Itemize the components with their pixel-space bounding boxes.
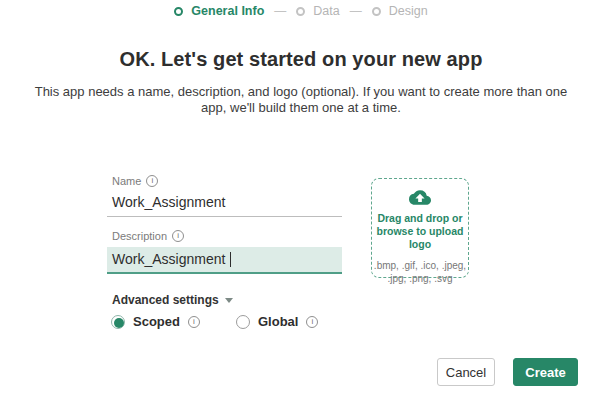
radio-global[interactable]: Global i [236,314,318,329]
dropzone-title: Drag and drop or browse to upload logo [372,212,468,251]
radio-scoped[interactable]: Scoped i [111,314,200,329]
wizard-stepper: General Info — Data — Design [0,4,602,18]
description-field-group: Description i Work_Assignment [107,230,342,274]
new-app-wizard: General Info — Data — Design OK. Let's g… [0,0,602,409]
create-button[interactable]: Create [513,358,578,386]
dropzone-formats-line1: .bmp, .gif, .ico, .jpeg, [372,259,468,272]
chevron-down-icon [225,298,233,303]
dropzone-title-line1: Drag and drop or [372,212,468,225]
cancel-button[interactable]: Cancel [437,358,495,386]
name-field-group: Name i Work_Assignment [107,175,342,217]
step-design[interactable]: Design [372,4,428,18]
logo-upload-dropzone[interactable]: Drag and drop or browse to upload logo .… [371,178,469,278]
name-input[interactable]: Work_Assignment [107,192,342,217]
info-icon[interactable]: i [188,316,200,328]
cloud-upload-icon [409,189,431,206]
info-icon[interactable]: i [172,230,184,242]
name-field-label: Name [112,175,141,187]
step-label: Design [389,4,428,18]
step-data[interactable]: Data [296,4,339,18]
page-description: This app needs a name, description, and … [31,84,571,116]
scope-radio-group: Scoped i Global i [111,314,318,329]
step-label: General Info [191,4,264,18]
step-label: Data [313,4,339,18]
dropzone-formats: .bmp, .gif, .ico, .jpeg, .jpg, .png, .sv… [372,259,468,285]
page-title: OK. Let's get started on your new app [0,48,602,71]
step-circle-icon [174,7,183,16]
step-circle-icon [372,7,381,16]
dropzone-title-line2: browse to upload logo [372,225,468,251]
dropzone-formats-line2: .jpg, .png, .svg [372,272,468,285]
radio-label: Global [258,314,298,329]
description-input-value: Work_Assignment [112,251,225,267]
step-circle-icon [296,7,305,16]
radio-unselected-icon [236,315,250,329]
step-separator: — [274,4,286,18]
description-field-label: Description [112,230,167,242]
info-icon[interactable]: i [146,175,158,187]
radio-selected-icon [111,315,125,329]
advanced-settings-label: Advanced settings [112,293,219,307]
description-field-label-row: Description i [107,230,342,242]
name-field-label-row: Name i [107,175,342,187]
radio-label: Scoped [133,314,180,329]
advanced-settings-toggle[interactable]: Advanced settings [112,293,233,307]
text-cursor [230,252,231,267]
info-icon[interactable]: i [306,316,318,328]
description-input[interactable]: Work_Assignment [107,247,342,274]
step-general-info[interactable]: General Info [174,4,264,18]
step-separator: — [350,4,362,18]
